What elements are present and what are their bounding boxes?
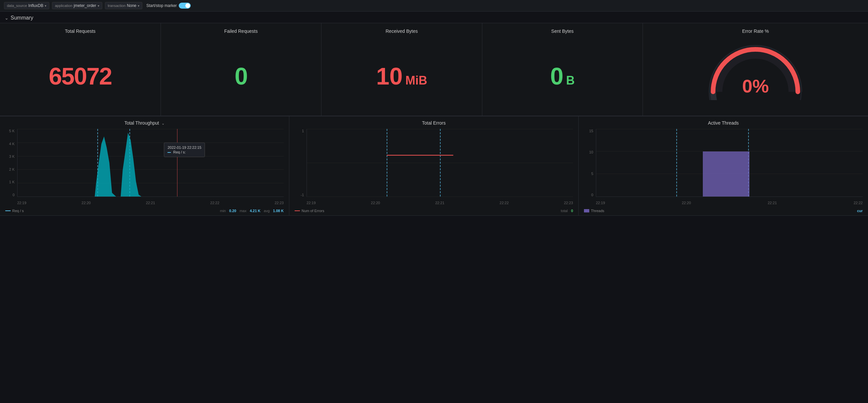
throughput-legend-item: Req / s	[5, 209, 24, 213]
throughput-svg	[18, 129, 284, 197]
error-rate-card: Error Rate % 0%	[643, 23, 868, 116]
errors-legend-line	[294, 210, 300, 211]
transaction-label: transaction	[108, 4, 126, 8]
min-value: 0.20	[229, 209, 236, 213]
threads-stat-group: cur	[857, 209, 863, 213]
threads-chart-footer: Threads cur	[584, 207, 863, 213]
threads-chart-area: 15 10 5 0 22:19 22:20	[584, 129, 863, 207]
throughput-chart-footer: Req / s min 0.20 max 4.21 K avg 1.08 K	[5, 207, 284, 213]
threads-y-labels: 15 10 5 0	[584, 129, 594, 197]
start-stop-toggle[interactable]	[179, 3, 191, 9]
threads-chart-title: Active Threads	[584, 120, 863, 125]
throughput-legend-label: Req / s	[12, 209, 24, 213]
errors-legend-item: Num of Errors	[294, 209, 324, 213]
svg-marker-2	[91, 137, 116, 197]
charts-row: Total Throughput ⌄ 5 K 4 K 3 K 2 K 1 K 0	[0, 116, 868, 216]
throughput-y-labels: 5 K 4 K 3 K 2 K 1 K 0	[5, 129, 16, 197]
errors-stat-group: total 0	[561, 209, 573, 213]
data-source-filter[interactable]: data_source InfluxDB ▾	[4, 2, 49, 9]
throughput-dropdown-arrow[interactable]: ⌄	[161, 121, 164, 125]
threads-chart-panel: Active Threads 15 10 5 0	[579, 116, 868, 216]
threads-x-labels: 22:19 22:20 22:21 22:22	[596, 199, 863, 207]
sent-bytes-value-group: 0 B	[550, 64, 575, 88]
failed-requests-title: Failed Requests	[167, 29, 315, 34]
throughput-stat-group: min 0.20 max 4.21 K avg 1.08 K	[220, 209, 284, 213]
summary-title: Summary	[10, 15, 33, 21]
throughput-x-labels: 22:19 22:20 22:21 22:22 22:23	[17, 199, 284, 207]
threads-chart-inner	[596, 129, 863, 197]
avg-label: avg	[264, 209, 270, 213]
stat-cards-row: Total Requests 65072 Failed Requests 0 R…	[0, 23, 868, 116]
sent-bytes-unit: B	[566, 74, 575, 87]
svg-marker-3	[118, 133, 142, 197]
threads-cur-label: cur	[857, 209, 863, 213]
received-bytes-unit: MiB	[405, 74, 427, 87]
throughput-chart-title: Total Throughput ⌄	[5, 120, 284, 125]
received-bytes-card: Received Bytes 10 MiB	[321, 23, 482, 116]
errors-total-value: 0	[571, 209, 573, 213]
throughput-chart-panel: Total Throughput ⌄ 5 K 4 K 3 K 2 K 1 K 0	[0, 116, 289, 216]
errors-total-label: total	[561, 209, 568, 213]
errors-x-labels: 22:19 22:20 22:21 22:22 22:23	[307, 199, 573, 207]
errors-y-labels: 1 -1	[294, 129, 305, 197]
error-rate-gauge: 0%	[706, 40, 805, 100]
application-label: application	[55, 4, 72, 8]
errors-legend-label: Num of Errors	[302, 209, 324, 213]
application-value: jmeter_order	[74, 3, 96, 8]
received-bytes-title: Received Bytes	[328, 29, 475, 34]
max-value: 4.21 K	[250, 209, 260, 213]
transaction-arrow: ▾	[138, 4, 140, 8]
transaction-filter[interactable]: transaction None ▾	[105, 2, 143, 9]
start-stop-label: Start/stop marker	[146, 3, 177, 8]
total-requests-card: Total Requests 65072	[0, 23, 161, 116]
data-source-arrow: ▾	[45, 4, 46, 8]
transaction-value: None	[127, 3, 136, 8]
total-requests-title: Total Requests	[7, 29, 154, 34]
error-rate-value: 0%	[742, 75, 769, 97]
threads-svg	[596, 129, 863, 197]
min-label: min	[220, 209, 226, 213]
total-requests-value: 65072	[49, 64, 112, 88]
application-filter[interactable]: application jmeter_order ▾	[52, 2, 102, 9]
sent-bytes-card: Sent Bytes 0 B	[482, 23, 643, 116]
errors-chart-panel: Total Errors 1 -1	[289, 116, 579, 216]
failed-requests-value: 0	[235, 64, 247, 88]
grid-line	[307, 197, 573, 197]
threads-legend-label: Threads	[591, 209, 604, 213]
summary-section-header[interactable]: ⌄ Summary	[0, 11, 868, 23]
errors-svg	[307, 129, 573, 197]
summary-chevron: ⌄	[5, 15, 9, 21]
threads-legend-item: Threads	[584, 209, 604, 213]
errors-chart-title: Total Errors	[294, 120, 573, 125]
sent-bytes-title: Sent Bytes	[489, 29, 636, 34]
received-bytes-value-group: 10 MiB	[376, 64, 427, 88]
errors-chart-area: 1 -1 22:19 22:20 22:21	[294, 129, 573, 207]
error-rate-title: Error Rate %	[650, 29, 861, 34]
throughput-legend-line	[5, 210, 10, 211]
throughput-chart-inner: 2022-01-19 22:22:15 Req / s:	[17, 129, 284, 197]
throughput-chart-area: 5 K 4 K 3 K 2 K 1 K 0	[5, 129, 284, 207]
received-bytes-num: 10	[376, 64, 403, 88]
threads-legend-line	[584, 209, 589, 212]
errors-chart-inner	[307, 129, 573, 197]
application-arrow: ▾	[98, 4, 99, 8]
errors-chart-footer: Num of Errors total 0	[294, 207, 573, 213]
sent-bytes-num: 0	[550, 64, 563, 88]
top-bar: data_source InfluxDB ▾ application jmete…	[0, 0, 868, 11]
data-source-label: data_source	[7, 4, 27, 8]
data-source-value: InfluxDB	[28, 3, 43, 8]
max-label: max	[240, 209, 247, 213]
failed-requests-card: Failed Requests 0	[161, 23, 322, 116]
start-stop-toggle-wrap: Start/stop marker	[146, 3, 191, 9]
svg-marker-5	[703, 151, 749, 197]
avg-value: 1.08 K	[273, 209, 284, 213]
